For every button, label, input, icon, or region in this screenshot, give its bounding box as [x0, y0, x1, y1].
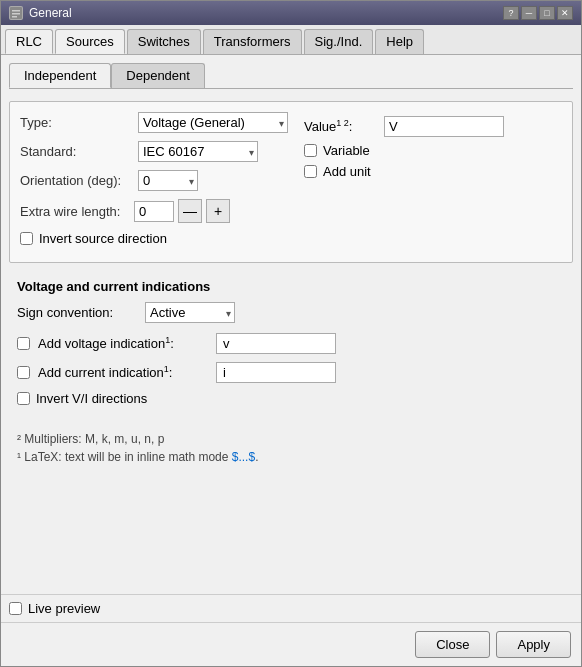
invert-source-label[interactable]: Invert source direction [39, 231, 167, 246]
add-unit-checkbox[interactable] [304, 165, 317, 178]
type-select[interactable]: Voltage (General) [138, 112, 288, 133]
current-indication-row: Add current indication1: [17, 362, 565, 383]
add-unit-label[interactable]: Add unit [323, 164, 371, 179]
orientation-select[interactable]: 0 [138, 170, 198, 191]
live-preview-row: Live preview [1, 594, 581, 622]
voltage-indication-input[interactable] [216, 333, 336, 354]
wire-plus-button[interactable]: + [206, 199, 230, 223]
invert-source-row: Invert source direction [20, 231, 288, 246]
settings-two-col: Type: Voltage (General) Standard: IEC [20, 112, 562, 252]
footnotes-area: ² Multipliers: M, k, m, u, n, p ¹ LaTeX:… [9, 428, 573, 466]
wire-minus-button[interactable]: — [178, 199, 202, 223]
type-row: Type: Voltage (General) [20, 112, 288, 133]
close-button[interactable]: ✕ [557, 6, 573, 20]
standard-select[interactable]: IEC 60167 [138, 141, 258, 162]
invert-vi-row: Invert V/I directions [17, 391, 565, 406]
source-settings-box: Type: Voltage (General) Standard: IEC [9, 101, 573, 263]
footer: Close Apply [1, 622, 581, 666]
maximize-button[interactable]: □ [539, 6, 555, 20]
tab-transformers[interactable]: Transformers [203, 29, 302, 54]
sign-convention-row: Sign convention: Active Passive [17, 302, 565, 323]
sign-select-wrapper: Active Passive [145, 302, 235, 323]
value-row: Value1 2: [304, 116, 562, 137]
content-area: Independent Dependent Type: Voltage (Gen… [1, 55, 581, 594]
tab-help[interactable]: Help [375, 29, 424, 54]
orientation-select-wrapper: 0 [138, 170, 198, 191]
sub-tab-independent[interactable]: Independent [9, 63, 111, 88]
type-label: Type: [20, 115, 130, 130]
voltage-indication-row: Add voltage indication1: [17, 333, 565, 354]
indications-section: Voltage and current indications Sign con… [9, 271, 573, 420]
voltage-indication-label[interactable]: Add voltage indication1: [38, 335, 208, 351]
help-button[interactable]: ? [503, 6, 519, 20]
current-indication-label[interactable]: Add current indication1: [38, 364, 208, 380]
sub-tab-dependent[interactable]: Dependent [111, 63, 205, 88]
multipliers-footnote: ² Multipliers: M, k, m, u, n, p [17, 432, 565, 446]
variable-checkbox[interactable] [304, 144, 317, 157]
main-tab-bar: RLC Sources Switches Transformers Sig./I… [1, 25, 581, 55]
invert-vi-label[interactable]: Invert V/I directions [36, 391, 147, 406]
tab-rlc[interactable]: RLC [5, 29, 53, 54]
value-label: Value1 2: [304, 118, 384, 134]
sign-select[interactable]: Active Passive [145, 302, 235, 323]
current-indication-input[interactable] [216, 362, 336, 383]
general-dialog: General ? ─ □ ✕ RLC Sources Switches Tra… [0, 0, 582, 667]
standard-select-wrapper: IEC 60167 [138, 141, 258, 162]
minimize-button[interactable]: ─ [521, 6, 537, 20]
invert-source-checkbox[interactable] [20, 232, 33, 245]
orientation-label: Orientation (deg): [20, 173, 130, 188]
title-bar: General ? ─ □ ✕ [1, 1, 581, 25]
sign-label: Sign convention: [17, 305, 137, 320]
title-bar-buttons: ? ─ □ ✕ [503, 6, 573, 20]
sub-tab-bar: Independent Dependent [9, 63, 573, 89]
wire-label: Extra wire length: [20, 204, 130, 219]
svg-rect-3 [12, 16, 17, 18]
close-button[interactable]: Close [415, 631, 490, 658]
live-preview-checkbox[interactable] [9, 602, 22, 615]
current-indication-checkbox[interactable] [17, 366, 30, 379]
tab-sig-ind[interactable]: Sig./Ind. [304, 29, 374, 54]
standard-row: Standard: IEC 60167 [20, 141, 288, 162]
variable-row: Variable [304, 143, 562, 158]
voltage-indication-checkbox[interactable] [17, 337, 30, 350]
latex-code: $...$ [232, 450, 255, 464]
value-input[interactable] [384, 116, 504, 137]
apply-button[interactable]: Apply [496, 631, 571, 658]
latex-footnote: ¹ LaTeX: text will be in inline math mod… [17, 450, 565, 464]
variable-label[interactable]: Variable [323, 143, 370, 158]
tab-switches[interactable]: Switches [127, 29, 201, 54]
wire-length-row: Extra wire length: — + [20, 199, 288, 223]
live-preview-label[interactable]: Live preview [28, 601, 100, 616]
window-icon [9, 6, 23, 20]
wire-input[interactable] [134, 201, 174, 222]
svg-rect-1 [12, 10, 20, 12]
window-title: General [29, 6, 72, 20]
tab-sources[interactable]: Sources [55, 29, 125, 54]
indications-title: Voltage and current indications [17, 279, 565, 294]
type-select-wrapper: Voltage (General) [138, 112, 288, 133]
svg-rect-2 [12, 13, 20, 15]
invert-vi-checkbox[interactable] [17, 392, 30, 405]
add-unit-row: Add unit [304, 164, 562, 179]
settings-right-col: Value1 2: Variable Add unit [304, 112, 562, 252]
value-superscript: 1 2 [336, 118, 349, 128]
settings-left-col: Type: Voltage (General) Standard: IEC [20, 112, 288, 252]
orientation-row: Orientation (deg): 0 [20, 170, 288, 191]
standard-label: Standard: [20, 144, 130, 159]
